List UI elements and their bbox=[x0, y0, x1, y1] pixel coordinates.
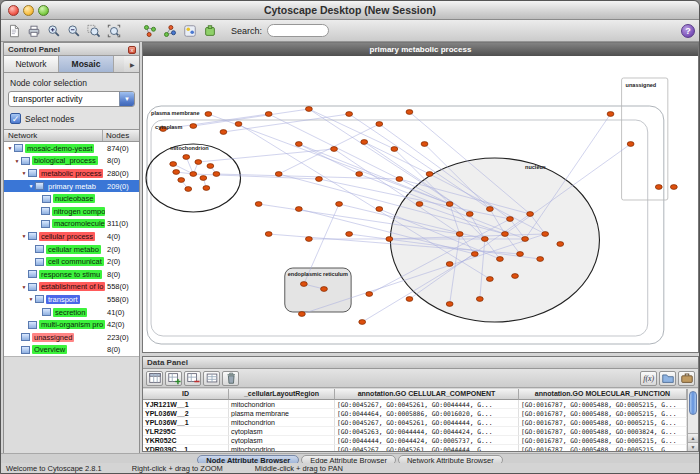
column-header[interactable]: ID bbox=[143, 389, 229, 400]
node-color-dropdown[interactable]: transporter activity ▼ bbox=[8, 91, 135, 107]
network-node[interactable] bbox=[481, 237, 488, 242]
network-node[interactable] bbox=[336, 202, 343, 207]
network-node[interactable] bbox=[486, 207, 493, 212]
network-node[interactable] bbox=[300, 282, 307, 287]
scroll-up-icon[interactable]: ▲ bbox=[688, 433, 698, 442]
network-node[interactable] bbox=[183, 155, 190, 160]
network-node[interactable] bbox=[386, 237, 393, 242]
network-node[interactable] bbox=[476, 297, 483, 302]
scroll-down-icon[interactable]: ▼ bbox=[688, 442, 698, 451]
table-cell[interactable]: [GO:0045267, GO:0045261, GO:0044444, G..… bbox=[335, 400, 519, 409]
network-node[interactable] bbox=[361, 140, 368, 145]
network-node[interactable] bbox=[522, 237, 529, 242]
table-cell[interactable]: mitochondrion bbox=[229, 445, 335, 451]
expand-arrow-icon[interactable]: ▼ bbox=[6, 145, 14, 151]
network-node[interactable] bbox=[220, 130, 227, 135]
trash-button[interactable] bbox=[222, 371, 239, 386]
attribute-select-button[interactable] bbox=[146, 371, 163, 386]
table-row[interactable]: YKR052Ccytoplasm[GO:0044444, GO:0044424,… bbox=[143, 436, 687, 445]
table-cell[interactable]: [GO:0016787, GO:0005488, GO:0005215, G..… bbox=[519, 400, 687, 409]
network-node[interactable] bbox=[406, 110, 413, 115]
network-node[interactable] bbox=[527, 212, 534, 217]
network-node[interactable] bbox=[265, 112, 272, 117]
network-node[interactable] bbox=[456, 232, 463, 237]
network-node[interactable] bbox=[298, 312, 305, 317]
network-node[interactable] bbox=[421, 142, 428, 147]
tree-row[interactable]: ▼cellular process4(0) bbox=[4, 230, 139, 243]
network-node[interactable] bbox=[670, 185, 677, 190]
tree-row[interactable]: response to stimu8(0) bbox=[4, 268, 139, 281]
network-node[interactable] bbox=[537, 257, 544, 262]
attribute-delete-button[interactable] bbox=[184, 371, 201, 386]
annotation-button[interactable] bbox=[141, 22, 159, 40]
network-node[interactable] bbox=[502, 232, 509, 237]
network-node[interactable] bbox=[173, 170, 180, 175]
network-node[interactable] bbox=[305, 107, 312, 112]
formula-button[interactable]: f(x) bbox=[640, 371, 657, 386]
table-row[interactable]: YDR039C__1mitochondrion[GO:0045267, GO:0… bbox=[143, 445, 687, 451]
network-overlay-button[interactable] bbox=[161, 22, 179, 40]
network-node[interactable] bbox=[655, 185, 662, 190]
search-input[interactable] bbox=[267, 24, 329, 37]
table-row[interactable]: YLR295Ccytoplasm[GO:0045263, GO:0044444,… bbox=[143, 427, 687, 436]
network-node[interactable] bbox=[255, 202, 262, 207]
tree-row[interactable]: unassigned223(0) bbox=[4, 331, 139, 344]
network-node[interactable] bbox=[321, 287, 328, 292]
folder-button[interactable] bbox=[659, 371, 676, 386]
network-node[interactable] bbox=[178, 178, 185, 183]
close-window-icon[interactable] bbox=[8, 5, 19, 16]
column-header[interactable]: annotation.GO CELLULAR_COMPONENT bbox=[335, 389, 519, 400]
network-node[interactable] bbox=[305, 237, 312, 242]
table-cell[interactable]: [GO:0016787, GO:0005488, GO:0005215, G..… bbox=[519, 445, 687, 451]
tree-row[interactable]: macromolecule311(0) bbox=[4, 218, 139, 231]
attribute-table[interactable]: ID_cellularLayoutRegionannotation.GO CEL… bbox=[143, 389, 687, 451]
briefcase-button[interactable] bbox=[678, 371, 695, 386]
network-node[interactable] bbox=[512, 274, 519, 279]
tree-row[interactable]: nucleobase bbox=[4, 192, 139, 205]
tree-row[interactable]: ▼establishment of lo558(0) bbox=[4, 281, 139, 294]
network-node[interactable] bbox=[557, 242, 564, 247]
table-cell[interactable]: mitochondrion bbox=[229, 418, 335, 427]
network-node[interactable] bbox=[275, 172, 282, 177]
tree-header-nodes[interactable]: Nodes bbox=[103, 130, 139, 141]
network-node[interactable] bbox=[200, 176, 207, 181]
expand-arrow-icon[interactable]: ▼ bbox=[20, 170, 28, 176]
network-node[interactable] bbox=[391, 147, 398, 152]
print-button[interactable] bbox=[25, 22, 43, 40]
table-cell[interactable]: [GO:0016787, GO:0005488, GO:0005215, G..… bbox=[519, 418, 687, 427]
table-cell[interactable]: [GO:0016787, GO:0005488, GO:0005215, G..… bbox=[519, 409, 687, 418]
network-node[interactable] bbox=[185, 187, 192, 192]
network-node[interactable] bbox=[295, 207, 302, 212]
chevron-down-icon[interactable]: ▼ bbox=[119, 91, 134, 107]
network-canvas[interactable]: plasma membranecytoplasmnucleusmitochond… bbox=[143, 56, 698, 352]
expand-arrow-icon[interactable]: ▼ bbox=[27, 183, 35, 189]
network-node[interactable] bbox=[376, 122, 383, 127]
zoom-fit-button[interactable] bbox=[105, 22, 123, 40]
tree-row[interactable]: secretion41(0) bbox=[4, 306, 139, 319]
tree-header-network[interactable]: Network bbox=[4, 130, 103, 141]
column-header[interactable]: annotation.GO MOLECULAR_FUNCTION bbox=[519, 389, 687, 400]
tree-row[interactable]: ▼transport558(0) bbox=[4, 293, 139, 306]
zoom-out-button[interactable] bbox=[65, 22, 83, 40]
table-cell[interactable]: [GO:0045267, GO:0045261, GO:0044444, G..… bbox=[335, 418, 519, 427]
network-node[interactable] bbox=[627, 142, 634, 147]
network-node[interactable] bbox=[416, 202, 423, 207]
tree-row[interactable]: ▼primary metab209(0) bbox=[4, 180, 139, 193]
plugin-button[interactable] bbox=[201, 22, 219, 40]
table-cell[interactable]: [GO:0045263, GO:0044444, GO:0044424, G..… bbox=[335, 427, 519, 436]
attribute-create-button[interactable] bbox=[165, 371, 182, 386]
network-node[interactable] bbox=[213, 172, 220, 177]
network-node[interactable] bbox=[205, 112, 212, 117]
table-cell[interactable]: plasma membrane bbox=[229, 409, 335, 418]
network-node[interactable] bbox=[406, 297, 413, 302]
network-node[interactable] bbox=[235, 122, 242, 127]
table-scrollbar[interactable]: ▲ ▼ bbox=[687, 389, 698, 451]
network-node[interactable] bbox=[359, 320, 366, 325]
network-node[interactable] bbox=[542, 232, 549, 237]
expand-arrow-icon[interactable]: ▼ bbox=[20, 284, 28, 290]
tree-row[interactable]: ▼biological_process8(0) bbox=[4, 155, 139, 168]
network-node[interactable] bbox=[366, 292, 373, 297]
network-node[interactable] bbox=[207, 164, 214, 169]
network-node[interactable] bbox=[471, 252, 478, 257]
network-node[interactable] bbox=[346, 112, 353, 117]
